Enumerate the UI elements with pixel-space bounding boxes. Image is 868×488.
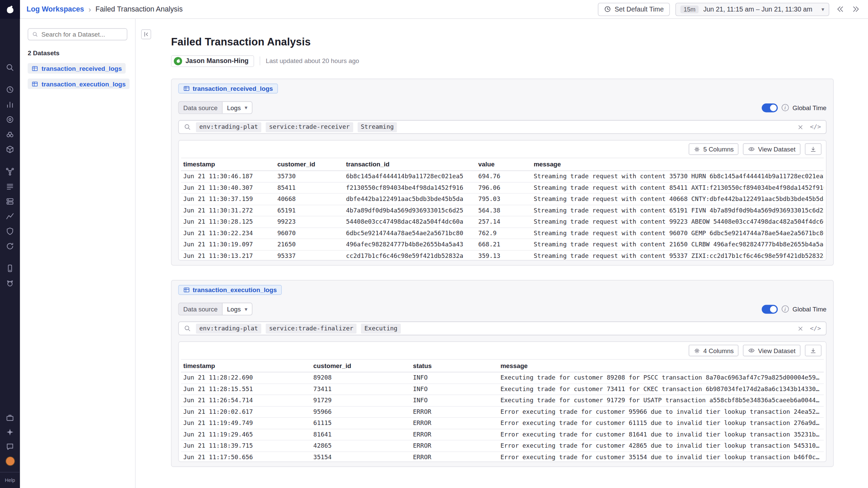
query-token[interactable]: service:trade-finalizer xyxy=(266,323,357,333)
table-row[interactable]: Jun 21 11:26:54.71491729INFOExecuting tr… xyxy=(181,395,824,406)
author-chip[interactable]: Jason Manson-Hing xyxy=(171,55,254,66)
query-token[interactable]: env:trading-plat xyxy=(196,323,261,333)
table-cell: Streaming trade request with content 406… xyxy=(531,194,824,204)
download-button[interactable] xyxy=(805,143,822,155)
view-dataset-button[interactable]: View Dataset xyxy=(743,345,801,356)
query-bar[interactable]: env:trading-platservice:trade-receiverSt… xyxy=(178,120,827,134)
ai-assistant-icon[interactable] xyxy=(5,428,15,436)
help-button[interactable]: Help xyxy=(0,472,20,488)
monitors-icon[interactable] xyxy=(5,115,15,124)
global-time-toggle[interactable] xyxy=(762,103,777,112)
integrations-icon[interactable] xyxy=(5,145,15,154)
logs-icon[interactable] xyxy=(5,182,15,191)
table-cell: 6b8c145a4f444414b9a11728ec021ea5 xyxy=(344,171,476,182)
table-cell: Jun 21 11:20:02.617 xyxy=(181,406,311,417)
data-source-select[interactable]: Data source Logs ▾ xyxy=(178,303,253,316)
time-skip-back-button[interactable] xyxy=(835,4,845,14)
table-row[interactable]: Jun 21 11:30:46.187357306b8c145a4f444414… xyxy=(181,171,824,182)
query-bar[interactable]: env:trading-platservice:trade-finalizerE… xyxy=(178,322,827,336)
watchdog-icon[interactable] xyxy=(5,130,15,139)
columns-button[interactable]: 5 Columns xyxy=(689,143,739,155)
table-row[interactable]: Jun 21 11:28:15.55173411INFOExecuting tr… xyxy=(181,384,824,395)
user-avatar[interactable] xyxy=(5,456,15,466)
dataset-search[interactable] xyxy=(28,28,127,40)
time-range-select[interactable]: 15m Jun 21, 11:15 am – Jun 21, 11:30 am … xyxy=(675,2,829,16)
toolbox-icon[interactable] xyxy=(5,413,15,422)
column-header[interactable]: timestamp xyxy=(181,360,311,372)
query-token[interactable]: Streaming xyxy=(357,122,397,132)
info-icon[interactable]: i xyxy=(782,305,789,312)
sidebar-item-transaction-received-logs[interactable]: transaction_received_logs xyxy=(28,63,126,74)
history-icon[interactable] xyxy=(5,85,15,94)
table-cell: Error executing trade for customer 35154… xyxy=(498,452,824,462)
table-cell: ERROR xyxy=(411,418,498,429)
column-header[interactable]: customer_id xyxy=(311,360,411,372)
dataset-search-input[interactable] xyxy=(41,31,123,38)
table-row[interactable]: Jun 21 11:30:37.15940668dbfe442ba122491a… xyxy=(181,194,824,205)
breadcrumb-log-workspaces[interactable]: Log Workspaces xyxy=(26,5,84,13)
view-dataset-button[interactable]: View Dataset xyxy=(743,143,801,155)
table-cell: Jun 21 11:30:19.097 xyxy=(181,239,275,250)
dataset-chip[interactable]: transaction_execution_logs xyxy=(178,285,282,295)
column-header[interactable]: timestamp xyxy=(181,158,275,170)
byline: Jason Manson-Hing Last updated about 20 … xyxy=(171,55,833,66)
synthetics-icon[interactable] xyxy=(5,242,15,250)
query-token[interactable]: Executing xyxy=(361,323,401,333)
column-header[interactable]: customer_id xyxy=(275,158,343,170)
global-time-toggle[interactable] xyxy=(762,305,777,313)
datadog-logo[interactable] xyxy=(0,0,20,19)
column-header[interactable]: transaction_id xyxy=(344,158,476,170)
table-cell: 795.03 xyxy=(476,194,531,204)
table-row[interactable]: Jun 21 11:30:22.234960706dbc5e9214744a78… xyxy=(181,228,824,239)
table-row[interactable]: Jun 21 11:28:22.69089208INFOExecuting tr… xyxy=(181,372,824,384)
table-cell: 564.38 xyxy=(476,205,531,216)
clear-query-icon[interactable] xyxy=(797,124,804,130)
dataset-chip[interactable]: transaction_received_logs xyxy=(178,84,278,94)
view-dataset-button-label: View Dataset xyxy=(758,146,795,152)
table-cell: Executing trade for customer 73411 for C… xyxy=(498,384,824,394)
service-map-icon[interactable] xyxy=(5,167,15,176)
table-row[interactable]: Jun 21 11:30:40.30785411f2130550cf894034… xyxy=(181,182,824,194)
table-cell: 796.06 xyxy=(476,182,531,193)
code-view-icon[interactable]: </> xyxy=(810,325,821,332)
collapse-sidebar-button[interactable] xyxy=(141,29,151,39)
feedback-icon[interactable] xyxy=(5,442,15,451)
sidebar-item-transaction-execution-logs[interactable]: transaction_execution_logs xyxy=(28,79,130,89)
table-cell: 61115 xyxy=(311,418,411,429)
infrastructure-icon[interactable] xyxy=(5,197,15,206)
column-header[interactable]: message xyxy=(531,158,824,170)
table-row[interactable]: Jun 21 11:17:50.65635154ERRORError execu… xyxy=(181,452,824,462)
column-header[interactable]: value xyxy=(476,158,531,170)
column-header[interactable]: message xyxy=(498,360,824,372)
table-row[interactable]: Jun 21 11:18:39.71542865ERRORError execu… xyxy=(181,441,824,452)
table-row[interactable]: Jun 21 11:19:29.46581641ERRORError execu… xyxy=(181,429,824,440)
table-row[interactable]: Jun 21 11:30:31.272651914b7a89df0d9b4a56… xyxy=(181,205,824,216)
code-view-icon[interactable]: </> xyxy=(810,123,821,130)
set-default-time-button[interactable]: Set Default Time xyxy=(598,2,670,16)
apm-icon[interactable] xyxy=(5,212,15,221)
table-cell: Streaming trade request with content 854… xyxy=(531,182,824,193)
query-token[interactable]: service:trade-receiver xyxy=(266,122,353,132)
column-header[interactable]: status xyxy=(411,360,498,372)
table-row[interactable]: Jun 21 11:30:19.09721650496afec982824777… xyxy=(181,239,824,250)
security-icon[interactable] xyxy=(5,227,15,236)
rum-icon[interactable] xyxy=(5,264,15,273)
clear-query-icon[interactable] xyxy=(797,325,804,332)
table-row[interactable]: Jun 21 11:30:13.21795337cc2d17b1cf6c46c9… xyxy=(181,250,824,260)
gear-icon xyxy=(694,146,701,152)
main-content: Failed Transaction Analysis Jason Manson… xyxy=(136,19,868,488)
table-row[interactable]: Jun 21 11:20:02.61795966ERRORError execu… xyxy=(181,406,824,418)
table-cell: INFO xyxy=(411,384,498,394)
info-icon[interactable]: i xyxy=(782,104,789,111)
data-source-select[interactable]: Data source Logs ▾ xyxy=(178,101,253,114)
table-row[interactable]: Jun 21 11:30:28.1259922354408e03cc47498d… xyxy=(181,216,824,227)
bits-ai-icon[interactable] xyxy=(5,279,15,288)
dashboards-icon[interactable] xyxy=(5,100,15,109)
query-token[interactable]: env:trading-plat xyxy=(196,122,261,132)
columns-button[interactable]: 4 Columns xyxy=(689,345,739,356)
table-row[interactable]: Jun 21 11:19:49.74961115ERRORError execu… xyxy=(181,418,824,429)
search-icon[interactable] xyxy=(5,63,15,72)
time-skip-forward-button[interactable] xyxy=(851,4,861,14)
download-button[interactable] xyxy=(805,345,822,356)
download-icon xyxy=(810,146,817,152)
